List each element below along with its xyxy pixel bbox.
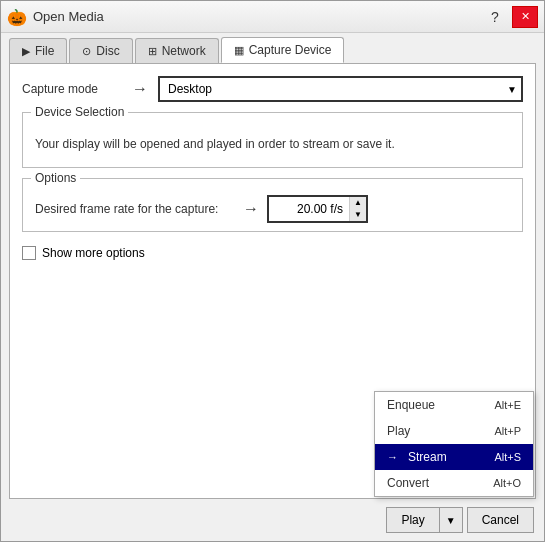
capture-mode-select[interactable]: Desktop DirectShow TV - digital TV - ana… [158,76,523,102]
device-description: Your display will be opened and played i… [35,137,395,151]
cancel-button[interactable]: Cancel [467,507,534,533]
stream-shortcut: Alt+S [494,451,521,463]
enqueue-shortcut: Alt+E [494,399,521,411]
stream-arrow-icon: → [387,451,398,463]
title-bar-left: 🎃 Open Media [7,8,104,26]
menu-item-enqueue-left: Enqueue [387,398,435,412]
vlc-icon: 🎃 [7,8,25,26]
device-section-content: Your display will be opened and played i… [35,129,510,159]
menu-item-stream[interactable]: → Stream Alt+S [375,444,533,470]
network-tab-icon: ⊞ [148,45,157,58]
bottom-bar: Play ▼ Cancel [1,499,544,541]
show-more-checkbox[interactable] [22,246,36,260]
window-title: Open Media [33,9,104,24]
main-window: 🎃 Open Media ? ✕ ▶ File ⊙ Disc ⊞ Network… [0,0,545,542]
play-dropdown-button[interactable]: ▼ [439,507,463,533]
frame-rate-label: Desired frame rate for the capture: [35,202,235,216]
capture-mode-dropdown-wrapper: Desktop DirectShow TV - digital TV - ana… [158,76,523,102]
title-bar: 🎃 Open Media ? ✕ [1,1,544,33]
options-section-title: Options [31,171,80,185]
show-more-label: Show more options [42,246,145,260]
help-button[interactable]: ? [482,6,508,28]
menu-item-convert-left: Convert [387,476,429,490]
enqueue-label: Enqueue [387,398,435,412]
tab-file[interactable]: ▶ File [9,38,67,63]
menu-item-play-left: Play [387,424,410,438]
bottom-section: Play ▼ Cancel Enqueue Alt+E Play Alt+P [1,499,544,541]
disc-tab-icon: ⊙ [82,45,91,58]
play-shortcut: Alt+P [494,425,521,437]
play-menu-label: Play [387,424,410,438]
tab-network[interactable]: ⊞ Network [135,38,219,63]
frame-rate-spinbox: ▲ ▼ [267,195,368,223]
stream-label: Stream [408,450,447,464]
capture-tab-icon: ▦ [234,44,244,57]
device-selection-section: Device Selection Your display will be op… [22,112,523,168]
spinbox-buttons: ▲ ▼ [349,197,366,221]
capture-mode-row: Capture mode → Desktop DirectShow TV - d… [22,76,523,102]
play-dropdown-menu: Enqueue Alt+E Play Alt+P → Stream Alt+S [374,391,534,497]
device-section-title: Device Selection [31,105,128,119]
convert-label: Convert [387,476,429,490]
capture-mode-arrow: → [132,80,148,98]
menu-item-stream-left: → Stream [387,450,447,464]
frame-rate-arrow: → [243,200,259,218]
options-row: Desired frame rate for the capture: → ▲ … [35,195,510,223]
title-bar-right: ? ✕ [482,6,538,28]
tab-disc[interactable]: ⊙ Disc [69,38,132,63]
menu-item-play[interactable]: Play Alt+P [375,418,533,444]
convert-shortcut: Alt+O [493,477,521,489]
menu-item-convert[interactable]: Convert Alt+O [375,470,533,496]
tab-capture-label: Capture Device [249,43,332,57]
options-section: Options Desired frame rate for the captu… [22,178,523,232]
close-button[interactable]: ✕ [512,6,538,28]
file-tab-icon: ▶ [22,45,30,58]
tab-network-label: Network [162,44,206,58]
menu-item-enqueue[interactable]: Enqueue Alt+E [375,392,533,418]
tabs-row: ▶ File ⊙ Disc ⊞ Network ▦ Capture Device [1,33,544,63]
play-button[interactable]: Play [386,507,438,533]
capture-mode-label: Capture mode [22,82,122,96]
spin-up-button[interactable]: ▲ [350,197,366,209]
tab-capture[interactable]: ▦ Capture Device [221,37,345,63]
tab-disc-label: Disc [96,44,119,58]
spin-down-button[interactable]: ▼ [350,209,366,221]
frame-rate-input[interactable] [269,199,349,219]
play-button-group: Play ▼ [386,507,462,533]
tab-file-label: File [35,44,54,58]
show-more-row: Show more options [22,246,523,260]
